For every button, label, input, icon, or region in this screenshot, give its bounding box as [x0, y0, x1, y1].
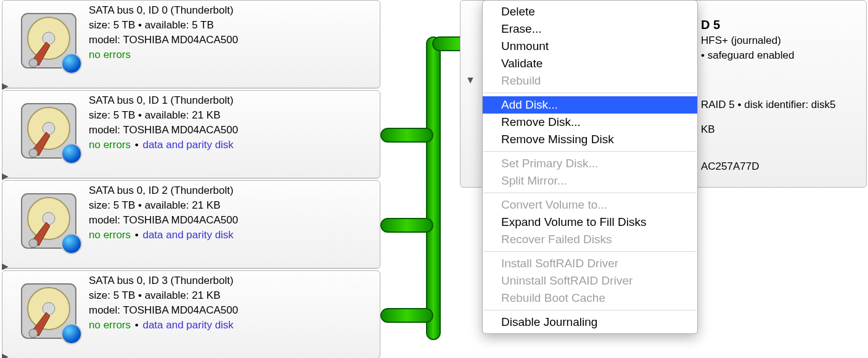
status-role: data and parity disk	[142, 229, 233, 241]
disk-model-line: model: TOSHIBA MD04ACA500	[89, 304, 374, 317]
harddisk-icon	[18, 10, 80, 72]
status-role: data and parity disk	[142, 139, 233, 151]
expand-icon[interactable]: ▶	[2, 351, 9, 358]
expand-icon[interactable]: ▶	[2, 81, 9, 91]
svg-rect-6	[381, 128, 433, 142]
menu-item-recover-failed-disks: Recover Failed Disks	[483, 231, 697, 248]
menu-item-expand-volume-to-fill-disks[interactable]: Expand Volume to Fill Disks	[483, 214, 697, 231]
svg-rect-7	[381, 219, 433, 232]
menu-item-rebuild-boot-cache: Rebuild Boot Cache	[483, 289, 697, 307]
volume-raid-level: RAID 5 • disk identifier: disk5	[701, 99, 858, 111]
menu-item-delete[interactable]: Delete	[483, 3, 697, 20]
menu-item-split-mirror: Split Mirror...	[483, 172, 697, 189]
raid-badge-icon	[61, 233, 82, 254]
menu-item-disable-journaling[interactable]: Disable Journaling	[483, 314, 697, 331]
harddisk-icon	[18, 100, 80, 162]
menu-separator	[483, 193, 697, 193]
volume-safeguard: • safeguard enabled	[701, 49, 858, 62]
volume-format: HFS+ (journaled)	[701, 35, 858, 47]
menu-item-add-disk[interactable]: Add Disk...	[483, 96, 697, 114]
status-no-errors: no errors	[89, 319, 131, 331]
status-no-errors: no errors	[89, 229, 131, 241]
status-no-errors: no errors	[89, 49, 131, 60]
disk-size-line: size: 5 TB • available: 21 KB	[89, 109, 374, 122]
disk-model-line: model: TOSHIBA MD04ACA500	[89, 34, 374, 46]
disk-status-line: no errors • data and parity disk	[89, 319, 374, 331]
menu-item-set-primary-disk: Set Primary Disk...	[483, 155, 697, 172]
menu-item-install-softraid-driver: Install SoftRAID Driver	[483, 255, 697, 272]
volume-uuid: AC257A77D	[701, 160, 858, 173]
menu-item-remove-disk[interactable]: Remove Disk...	[483, 114, 697, 131]
status-no-errors: no errors	[89, 139, 131, 151]
raid-badge-icon	[61, 143, 82, 164]
harddisk-icon	[18, 280, 80, 342]
menu-separator	[483, 151, 697, 152]
disk-list: ▶ SATA bus 0, ID 0 (Thunderbolt) size: 5…	[0, 0, 382, 358]
expand-icon[interactable]: ▶	[2, 261, 9, 271]
disk-model-line: model: TOSHIBA MD04ACA500	[89, 214, 374, 227]
expand-icon[interactable]: ▶	[2, 171, 9, 181]
disk-size-line: size: 5 TB • available: 21 KB	[89, 199, 374, 212]
disk-status-line: no errors	[89, 49, 374, 61]
disclosure-icon[interactable]: ▼	[465, 75, 475, 86]
disk-status-line: no errors • data and parity disk	[89, 229, 374, 241]
harddisk-icon	[18, 190, 80, 252]
menu-separator	[483, 93, 697, 93]
disk-title: SATA bus 0, ID 3 (Thunderbolt)	[89, 275, 374, 287]
volume-kb: KB	[701, 123, 858, 136]
disk-card-1[interactable]: ▶ SATA bus 0, ID 1 (Thunderbolt) size: 5…	[2, 90, 380, 178]
status-role: data and parity disk	[142, 319, 233, 331]
context-menu[interactable]: DeleteErase...UnmountValidateRebuildAdd …	[482, 0, 698, 334]
disk-card-3[interactable]: ▶ SATA bus 0, ID 3 (Thunderbolt) size: 5…	[2, 270, 380, 358]
disk-card-0[interactable]: ▶ SATA bus 0, ID 0 (Thunderbolt) size: 5…	[2, 0, 380, 88]
disk-title: SATA bus 0, ID 0 (Thunderbolt)	[89, 4, 374, 17]
disk-status-line: no errors • data and parity disk	[89, 139, 374, 151]
svg-rect-8	[381, 309, 433, 322]
menu-item-uninstall-softraid-driver: Uninstall SoftRAID Driver	[483, 272, 697, 289]
menu-item-remove-missing-disk[interactable]: Remove Missing Disk	[483, 131, 697, 148]
raid-badge-icon	[61, 323, 82, 344]
svg-rect-4	[427, 37, 440, 339]
disk-title: SATA bus 0, ID 2 (Thunderbolt)	[89, 185, 374, 197]
raid-badge-icon	[61, 53, 82, 74]
menu-item-validate[interactable]: Validate	[483, 55, 697, 72]
disk-title: SATA bus 0, ID 1 (Thunderbolt)	[89, 94, 374, 107]
disk-size-line: size: 5 TB • available: 5 TB	[89, 19, 374, 31]
menu-item-erase[interactable]: Erase...	[483, 20, 697, 38]
disk-model-line: model: TOSHIBA MD04ACA500	[89, 124, 374, 136]
menu-separator	[483, 310, 697, 310]
menu-separator	[483, 251, 697, 252]
menu-item-unmount[interactable]: Unmount	[483, 38, 697, 55]
volume-title: D 5	[701, 18, 858, 32]
menu-item-convert-volume-to: Convert Volume to...	[483, 196, 697, 214]
disk-size-line: size: 5 TB • available: 21 KB	[89, 289, 374, 302]
menu-item-rebuild: Rebuild	[483, 72, 697, 90]
disk-card-2[interactable]: ▶ SATA bus 0, ID 2 (Thunderbolt) size: 5…	[2, 180, 380, 268]
